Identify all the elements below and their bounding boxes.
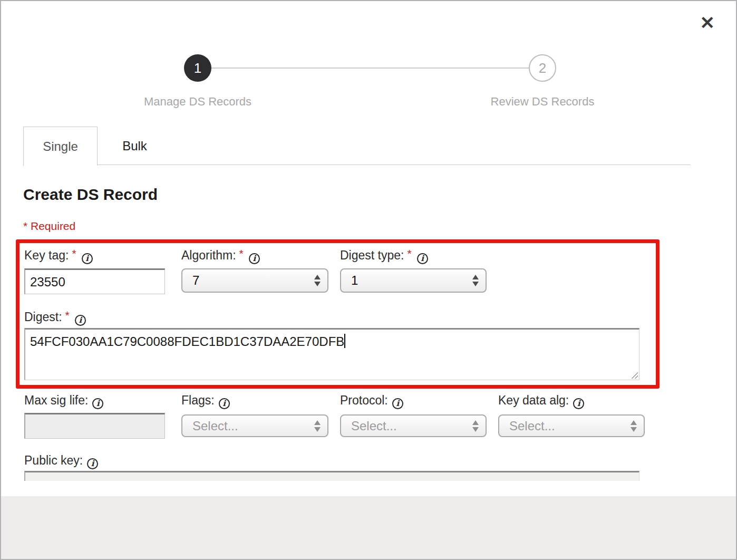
- public-key-label-text: Public key:: [24, 453, 83, 467]
- flags-select-value: Select...: [192, 416, 238, 436]
- info-icon[interactable]: i: [573, 398, 584, 409]
- dialog-footer: Cancel Back Next: [1, 496, 736, 559]
- flags-label: Flags:i: [181, 393, 230, 409]
- step-2-label: Review DS Records: [448, 95, 637, 109]
- required-asterisk: *: [72, 247, 76, 259]
- digest-textarea[interactable]: 54FCF030AA1C79C0088FDEC1BD1C37DAA2E70DFB: [24, 328, 639, 380]
- info-icon[interactable]: i: [219, 398, 230, 409]
- select-arrows-icon: [314, 275, 321, 286]
- digest-type-select-value: 1: [351, 269, 358, 292]
- step-1-circle: 1: [184, 54, 211, 82]
- text-cursor: [344, 334, 345, 348]
- flags-label-text: Flags:: [181, 393, 215, 407]
- info-icon[interactable]: i: [75, 315, 86, 326]
- tab-bulk[interactable]: Bulk: [98, 127, 172, 165]
- digest-type-select[interactable]: 1: [340, 268, 487, 293]
- protocol-select[interactable]: Select...: [340, 414, 487, 437]
- digest-type-label: Digest type:*i: [340, 247, 428, 264]
- required-asterisk: *: [65, 309, 70, 321]
- key-data-alg-label: Key data alg:i: [498, 393, 584, 409]
- select-arrows-icon: [472, 275, 479, 286]
- required-note: * Required: [23, 220, 75, 233]
- tab-single[interactable]: Single: [23, 127, 98, 166]
- step-1-label: Manage DS Records: [103, 95, 293, 109]
- page-title: Create DS Record: [23, 186, 158, 204]
- key-data-alg-select[interactable]: Select...: [498, 414, 645, 437]
- info-icon[interactable]: i: [87, 458, 98, 469]
- digest-label-text: Digest:: [24, 310, 62, 324]
- required-asterisk: *: [239, 247, 244, 259]
- create-ds-record-dialog: ✕ 1 2 Manage DS Records Review DS Record…: [0, 0, 737, 560]
- stepper-connector-line: [211, 67, 529, 69]
- select-arrows-icon: [472, 420, 479, 432]
- step-2-circle: 2: [529, 54, 556, 82]
- resize-handle-icon[interactable]: [630, 371, 638, 379]
- key-tag-input[interactable]: [24, 268, 165, 294]
- algorithm-select[interactable]: 7: [181, 268, 328, 293]
- digest-textarea-value: 54FCF030AA1C79C0088FDEC1BD1C37DAA2E70DFB: [30, 334, 344, 349]
- key-tag-label: Key tag:*i: [24, 247, 93, 264]
- algorithm-label-text: Algorithm:: [181, 248, 236, 262]
- info-icon[interactable]: i: [82, 253, 93, 264]
- key-data-alg-label-text: Key data alg:: [498, 393, 569, 407]
- info-icon[interactable]: i: [392, 398, 403, 409]
- digest-label: Digest:*i: [24, 309, 86, 326]
- required-asterisk: *: [407, 247, 411, 259]
- protocol-label: Protocol:i: [340, 393, 403, 409]
- key-data-alg-select-value: Select...: [509, 416, 555, 436]
- info-icon[interactable]: i: [249, 253, 260, 264]
- max-sig-life-label-text: Max sig life:: [24, 393, 88, 407]
- public-key-label: Public key:i: [24, 453, 98, 469]
- digest-type-label-text: Digest type:: [340, 248, 404, 262]
- protocol-select-value: Select...: [351, 416, 397, 436]
- info-icon[interactable]: i: [417, 253, 428, 264]
- algorithm-select-value: 7: [192, 269, 199, 292]
- select-arrows-icon: [314, 420, 321, 432]
- select-arrows-icon: [631, 420, 637, 432]
- max-sig-life-label: Max sig life:i: [24, 393, 103, 409]
- algorithm-label: Algorithm:*i: [181, 247, 260, 264]
- flags-select[interactable]: Select...: [181, 414, 328, 437]
- close-icon[interactable]: ✕: [700, 14, 715, 32]
- info-icon[interactable]: i: [92, 398, 103, 409]
- key-tag-label-text: Key tag:: [24, 248, 69, 262]
- protocol-label-text: Protocol:: [340, 393, 388, 407]
- max-sig-life-input[interactable]: [24, 413, 165, 439]
- public-key-textarea[interactable]: [24, 471, 639, 481]
